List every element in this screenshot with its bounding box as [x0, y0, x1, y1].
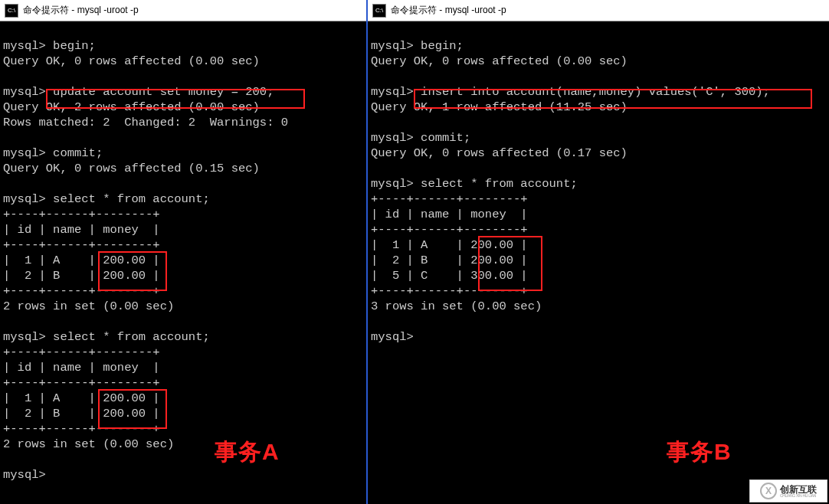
split-container: C:\ 命令提示符 - mysql -uroot -p mysql> begin… — [0, 0, 829, 504]
highlight-left-money-1 — [98, 251, 167, 291]
transaction-a-label: 事务A — [215, 437, 280, 468]
titlebar-right: C:\ 命令提示符 - mysql -uroot -p — [368, 0, 829, 21]
terminal-left-pane: C:\ 命令提示符 - mysql -uroot -p mysql> begin… — [0, 0, 368, 504]
terminal-right[interactable]: mysql> begin; Query OK, 0 rows affected … — [368, 21, 829, 346]
watermark-main: 创新互联 — [780, 485, 817, 494]
transaction-b-label: 事务B — [667, 437, 732, 468]
highlight-right-money — [478, 236, 542, 291]
titlebar-text-left: 命令提示符 - mysql -uroot -p — [23, 4, 139, 17]
watermark: X 创新互联 CHUANG XIN HU LIAN — [749, 479, 827, 502]
highlight-insert-stmt — [414, 89, 812, 109]
cmd-icon: C:\ — [5, 4, 18, 18]
highlight-left-money-2 — [98, 389, 167, 429]
watermark-icon: X — [760, 483, 777, 499]
cmd-icon: C:\ — [372, 4, 386, 18]
terminal-right-pane: C:\ 命令提示符 - mysql -uroot -p mysql> begin… — [368, 0, 829, 504]
highlight-update-stmt — [46, 89, 305, 109]
titlebar-text-right: 命令提示符 - mysql -uroot -p — [391, 4, 506, 17]
watermark-sub: CHUANG XIN HU LIAN — [780, 494, 817, 498]
titlebar-left: C:\ 命令提示符 - mysql -uroot -p — [0, 0, 366, 21]
